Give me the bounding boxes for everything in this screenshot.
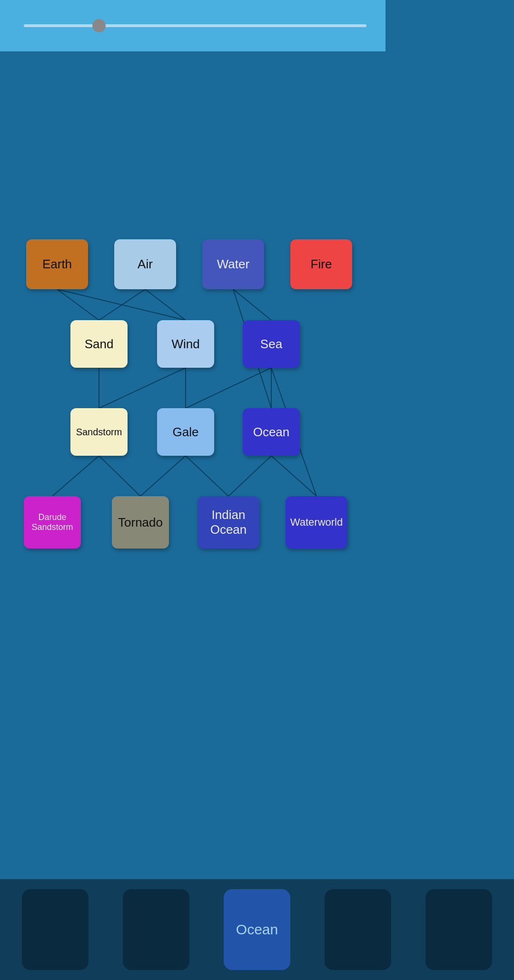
svg-line-15 <box>186 456 228 496</box>
node-sand[interactable]: Sand <box>70 320 128 368</box>
svg-line-14 <box>228 456 271 496</box>
svg-line-8 <box>186 368 271 408</box>
node-fire[interactable]: Fire <box>290 239 352 289</box>
bottom-slot-label-slot3: Ocean <box>236 921 278 938</box>
svg-line-4 <box>57 289 186 320</box>
slider-track[interactable] <box>24 24 366 27</box>
node-darude[interactable]: Darude Sandstorm <box>24 496 81 549</box>
bottom-bar: Ocean <box>0 879 386 980</box>
svg-line-0 <box>57 289 99 320</box>
bottom-slot-slot3[interactable]: Ocean <box>224 889 290 970</box>
node-gale[interactable]: Gale <box>157 408 214 456</box>
node-earth[interactable]: Earth <box>26 239 88 289</box>
node-air[interactable]: Air <box>114 239 176 289</box>
bottom-slot-slot1[interactable] <box>22 889 89 970</box>
bottom-slot-slot4[interactable] <box>325 889 386 970</box>
svg-line-11 <box>52 456 99 496</box>
node-water[interactable]: Water <box>202 239 264 289</box>
svg-line-1 <box>99 289 145 320</box>
svg-line-3 <box>233 289 271 320</box>
svg-line-2 <box>145 289 186 320</box>
node-sandstorm[interactable]: Sandstorm <box>70 408 128 456</box>
svg-line-12 <box>99 456 140 496</box>
header <box>0 0 386 51</box>
node-waterworld[interactable]: Waterworld <box>286 496 347 549</box>
main-canvas: EarthAirWaterFireSandWindSeaSandstormGal… <box>0 51 386 927</box>
node-tornado[interactable]: Tornado <box>112 496 169 549</box>
connection-lines <box>0 51 386 927</box>
node-sea[interactable]: Sea <box>243 320 300 368</box>
node-ocean[interactable]: Ocean <box>243 408 300 456</box>
node-wind[interactable]: Wind <box>157 320 214 368</box>
svg-line-16 <box>271 456 316 496</box>
node-indianocean[interactable]: Indian Ocean <box>198 496 259 549</box>
svg-line-6 <box>99 368 186 408</box>
svg-line-13 <box>140 456 186 496</box>
slider-thumb[interactable] <box>92 19 106 32</box>
bottom-slot-slot2[interactable] <box>123 889 189 970</box>
